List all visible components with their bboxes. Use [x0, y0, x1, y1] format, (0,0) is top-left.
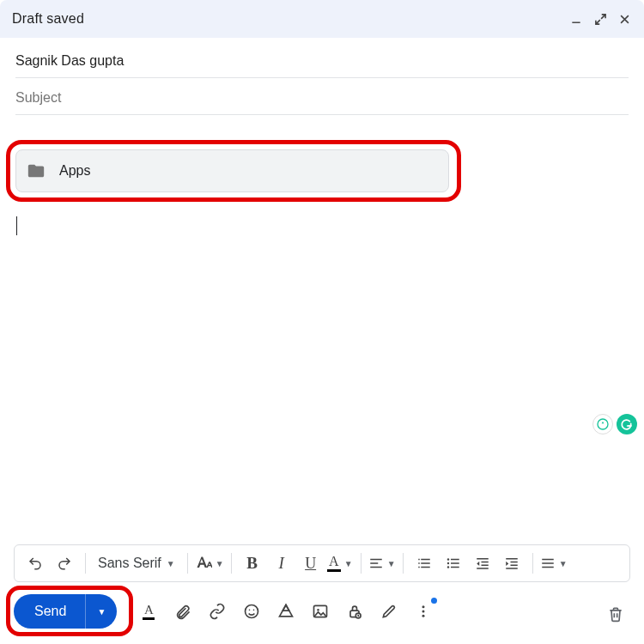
svg-point-34: [422, 615, 425, 617]
svg-rect-18: [506, 558, 518, 560]
svg-point-10: [447, 566, 448, 568]
undo-button[interactable]: [21, 550, 49, 577]
separator: [361, 553, 361, 574]
expand-icon[interactable]: [592, 11, 608, 27]
svg-rect-15: [481, 562, 488, 563]
compose-header: Draft saved: [0, 0, 644, 38]
svg-rect-12: [451, 562, 459, 564]
window-controls: [568, 11, 632, 27]
formatting-toolbar: Sans Serif ▼ ▼ B I U A ▼ ▼: [14, 544, 630, 582]
chevron-down-icon: ▼: [387, 559, 396, 568]
indent-more-button[interactable]: [498, 550, 526, 577]
svg-rect-24: [542, 567, 554, 568]
attach-file-button[interactable]: [172, 600, 194, 623]
insert-link-button[interactable]: [206, 600, 228, 623]
svg-rect-22: [542, 559, 554, 561]
notification-dot-icon: [431, 598, 437, 604]
redo-button[interactable]: [51, 550, 78, 577]
indent-less-button[interactable]: [469, 550, 496, 577]
insert-photo-button[interactable]: [309, 600, 331, 623]
svg-rect-3: [370, 562, 378, 564]
minimize-icon[interactable]: [568, 11, 584, 27]
svg-rect-4: [370, 567, 382, 568]
chevron-down-icon: ▼: [167, 559, 175, 568]
svg-rect-17: [477, 568, 489, 569]
svg-point-1: [598, 419, 608, 429]
more-formatting-button[interactable]: ▼: [540, 550, 568, 577]
compose-window: Draft saved Sagnik Das gupta Apps: [0, 0, 644, 644]
numbered-list-button[interactable]: [410, 550, 438, 577]
send-options-button[interactable]: ▼: [86, 594, 117, 629]
bold-button[interactable]: B: [239, 550, 266, 577]
svg-rect-13: [451, 567, 459, 568]
folder-icon: [27, 161, 46, 180]
svg-rect-5: [421, 559, 430, 561]
align-button[interactable]: ▼: [368, 550, 396, 577]
svg-point-8: [447, 558, 448, 560]
compose-actions-bar: Send ▼ A: [0, 587, 644, 644]
svg-point-27: [253, 610, 255, 611]
svg-rect-0: [572, 22, 580, 23]
send-split-button: Send ▼: [14, 594, 117, 629]
svg-rect-19: [510, 562, 517, 563]
discard-draft-button[interactable]: [606, 605, 625, 623]
text-format-icon: A: [143, 604, 155, 620]
chevron-down-icon: ▼: [344, 559, 353, 568]
svg-rect-23: [542, 562, 554, 564]
insert-actions: A: [137, 600, 434, 623]
grammarly-tone-icon[interactable]: [592, 414, 613, 434]
subject-row: [15, 78, 629, 115]
grammarly-icon[interactable]: [617, 414, 637, 434]
text-cursor: [16, 216, 17, 235]
font-family-select[interactable]: Sans Serif ▼: [93, 556, 180, 571]
svg-point-26: [249, 610, 251, 611]
separator: [403, 553, 404, 574]
chip-label: Apps: [59, 163, 90, 179]
insert-emoji-button[interactable]: [240, 600, 263, 623]
separator: [532, 553, 533, 574]
separator: [187, 553, 188, 574]
close-icon[interactable]: [617, 11, 632, 27]
insert-drive-button[interactable]: [275, 600, 297, 623]
italic-button[interactable]: I: [268, 550, 295, 577]
svg-rect-21: [506, 568, 518, 569]
font-size-button[interactable]: ▼: [195, 550, 224, 577]
confidential-mode-button[interactable]: [343, 600, 366, 623]
chevron-down-icon: ▼: [216, 559, 224, 568]
drive-attachment-chip[interactable]: Apps: [15, 149, 449, 192]
font-family-label: Sans Serif: [98, 556, 161, 571]
text-color-icon: A: [327, 555, 341, 572]
recipient-name: Sagnik Das gupta: [15, 53, 124, 68]
svg-rect-11: [451, 559, 459, 561]
svg-point-33: [422, 611, 425, 613]
send-label: Send: [34, 604, 66, 619]
send-button[interactable]: Send: [14, 594, 86, 629]
text-color-button[interactable]: A ▼: [326, 550, 354, 577]
compose-body[interactable]: Apps: [0, 115, 644, 544]
formatting-options-button[interactable]: A: [137, 600, 160, 623]
subject-input[interactable]: [15, 90, 629, 106]
svg-point-9: [447, 562, 448, 564]
svg-point-25: [246, 605, 258, 618]
svg-rect-20: [510, 565, 517, 567]
svg-rect-14: [477, 558, 489, 560]
chevron-down-icon: ▼: [97, 607, 106, 617]
more-options-button[interactable]: [412, 600, 434, 623]
bulleted-list-button[interactable]: [440, 550, 467, 577]
compose-title: Draft saved: [12, 11, 84, 27]
separator: [85, 553, 86, 574]
svg-rect-16: [481, 565, 488, 567]
svg-rect-7: [421, 567, 430, 568]
recipients-field[interactable]: Sagnik Das gupta: [15, 38, 629, 78]
svg-point-32: [422, 605, 425, 608]
grammarly-widget[interactable]: [592, 414, 637, 434]
separator: [231, 553, 232, 574]
insert-signature-button[interactable]: [378, 600, 400, 623]
chevron-down-icon: ▼: [559, 559, 568, 568]
svg-point-29: [318, 609, 320, 611]
underline-button[interactable]: U: [297, 550, 325, 577]
svg-rect-2: [370, 559, 382, 561]
svg-rect-6: [421, 562, 430, 564]
